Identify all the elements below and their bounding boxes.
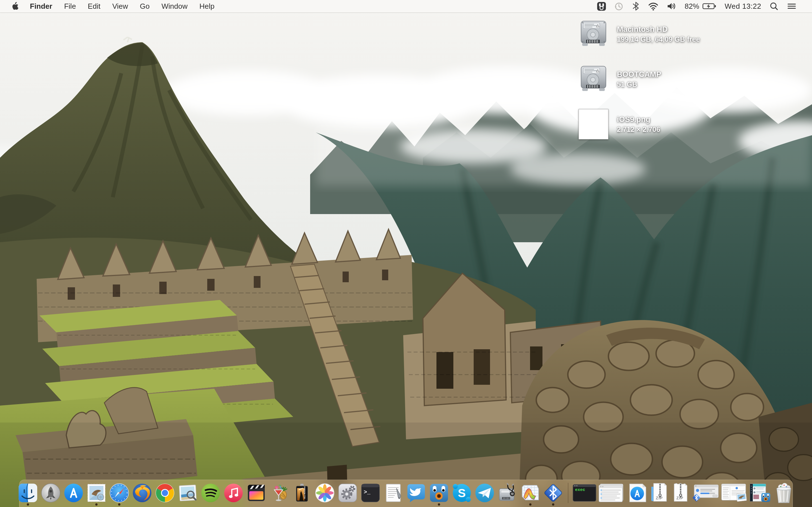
dock-item-minimized-finder-window[interactable]: [598, 483, 624, 503]
dock-item-skype[interactable]: S: [451, 483, 472, 503]
dock-item-disk-doctor[interactable]: [497, 483, 518, 503]
menu-item-file[interactable]: File: [58, 0, 82, 12]
dock-item-telegram[interactable]: [474, 483, 495, 503]
photos-flower-icon: [314, 483, 335, 503]
finder-icon: [17, 483, 38, 503]
bluetooth-menubar-item[interactable]: [627, 0, 644, 12]
terminal-icon: >_: [360, 483, 381, 503]
menu-bar-status-area: 82% Wed 13:22: [593, 0, 812, 12]
tweetbot-menubar-item[interactable]: [593, 0, 610, 12]
wifi-menubar-item[interactable]: [644, 0, 663, 12]
file-name: iOS9.png: [617, 114, 660, 124]
apple-icon: [11, 2, 18, 10]
firefox-icon: [132, 483, 153, 503]
dock: ALL ACCESS: [19, 480, 793, 507]
dock-item-minimized-exec-window[interactable]: exec: [573, 484, 596, 502]
desktop-icon-macintosh-hd[interactable]: Macintosh HD 199,14 GB, 64,09 GB free: [577, 18, 792, 50]
tweetbot-menubar-icon: [597, 2, 606, 11]
dock-item-twitter[interactable]: [406, 483, 426, 503]
tweetbot-window-icon: [749, 483, 771, 503]
menu-bar: Finder File Edit View Go Window Help: [0, 0, 812, 12]
dock-item-preview[interactable]: [177, 483, 198, 503]
dock-item-minimized-mail-window[interactable]: [721, 483, 748, 503]
launchpad-rocket-icon: [40, 483, 61, 503]
handbrake-cocktail-icon: [269, 483, 290, 503]
bluetooth-icon: [631, 1, 640, 11]
desktop-icon-label: BOOTCAMP 51 GB: [617, 69, 661, 89]
dock-separator: [568, 483, 568, 503]
dock-item-zip-file-2[interactable]: ZIP: [671, 483, 689, 503]
dock-item-itunes[interactable]: [223, 483, 244, 503]
dock-item-chrome[interactable]: [154, 483, 175, 503]
bluetooth-diamond-icon: [543, 483, 564, 503]
time-machine-menubar-item[interactable]: [610, 0, 627, 12]
telegram-icon: [474, 483, 495, 503]
battery-charging-icon: [702, 1, 717, 11]
dock-item-tweetbot[interactable]: [428, 483, 449, 503]
dock-item-final-cut-pro[interactable]: [246, 483, 267, 503]
menu-item-finder[interactable]: Finder: [24, 0, 58, 12]
apple-menu[interactable]: [8, 0, 24, 12]
dock-item-terminal[interactable]: >_: [360, 483, 381, 503]
menu-bar-left: Finder File Edit View Go Window Help: [0, 0, 220, 12]
finder-window-icon: [598, 483, 624, 503]
disk-doctor-stethoscope-icon: [497, 483, 518, 503]
backstage-pass-icon: ALL ACCESS: [292, 483, 312, 503]
app-store-page-icon: [626, 483, 648, 503]
volume-icon: [666, 1, 677, 11]
dock-item-system-preferences[interactable]: [337, 483, 358, 503]
menu-item-go[interactable]: Go: [134, 0, 156, 12]
dock-item-grapher[interactable]: [520, 483, 541, 503]
system-preferences-gears-icon: [337, 483, 358, 503]
safari-compass-icon: [109, 483, 130, 503]
dock-item-minimized-app-store-page[interactable]: [626, 483, 648, 503]
dock-item-safari[interactable]: [109, 483, 130, 503]
dock-item-bluetooth-explorer[interactable]: [543, 483, 564, 503]
final-cut-clapperboard-icon: [246, 483, 267, 503]
desktop-icon-bootcamp[interactable]: BOOTCAMP 51 GB: [577, 63, 792, 95]
grapher-icon: [520, 483, 541, 503]
desktop-screen: Finder File Edit View Go Window Help: [0, 0, 812, 507]
menubar-clock: Wed 13:22: [725, 2, 761, 11]
dock-item-zip-file-1[interactable]: ZIP: [650, 483, 669, 503]
trash-full-icon: [773, 482, 795, 504]
dock-item-minimized-tweetbot-window[interactable]: [749, 483, 771, 503]
dock-item-trash[interactable]: [773, 482, 795, 504]
dock-item-minimized-bluetooth-exchange-window[interactable]: [691, 484, 719, 502]
notification-center-icon: [786, 1, 797, 11]
skype-icon: S: [451, 483, 472, 503]
dock-item-launchpad[interactable]: [40, 483, 61, 503]
desktop-icon-label: iOS9.png 2.712 × 2.706: [617, 114, 660, 134]
dock-item-spotify[interactable]: [200, 483, 221, 503]
menu-item-edit[interactable]: Edit: [82, 0, 106, 12]
menu-item-help[interactable]: Help: [193, 0, 220, 12]
volume-detail: 51 GB: [617, 79, 661, 89]
zip-file-label: ZIP: [671, 496, 689, 500]
battery-menubar-item[interactable]: 82%: [680, 0, 721, 12]
dock-item-textedit[interactable]: [383, 483, 404, 503]
wifi-icon: [648, 1, 659, 11]
dock-item-photos[interactable]: [314, 483, 335, 503]
time-machine-icon: [614, 1, 624, 11]
menu-item-view[interactable]: View: [106, 0, 134, 12]
mail-stamp-icon: [86, 483, 107, 503]
desktop-icon-label: Macintosh HD 199,14 GB, 64,09 GB free: [617, 24, 700, 44]
app-store-icon: [63, 483, 84, 503]
dock-item-all-access-pass[interactable]: ALL ACCESS: [292, 483, 312, 503]
terminal-window-icon: [573, 484, 596, 502]
battery-percent-label: 82%: [684, 2, 699, 11]
dock-item-app-store[interactable]: [63, 483, 84, 503]
menu-item-window[interactable]: Window: [156, 0, 193, 12]
dock-item-handbrake[interactable]: [269, 483, 290, 503]
dock-item-mail[interactable]: [86, 483, 107, 503]
dock-item-firefox[interactable]: [132, 483, 153, 503]
svg-text:ALL ACCESS: ALL ACCESS: [304, 486, 306, 499]
desktop-icon-ios9-png[interactable]: iOS9.png 2.712 × 2.706: [577, 108, 792, 140]
spotlight-menubar-item[interactable]: [765, 0, 783, 12]
file-dimensions: 2.712 × 2.706: [617, 124, 660, 134]
volume-menubar-item[interactable]: [663, 0, 680, 12]
clock-menubar-item[interactable]: Wed 13:22: [721, 0, 765, 12]
notification-center-menubar-item[interactable]: [783, 0, 801, 12]
dock-item-finder[interactable]: [17, 483, 38, 503]
itunes-icon: [223, 483, 244, 503]
